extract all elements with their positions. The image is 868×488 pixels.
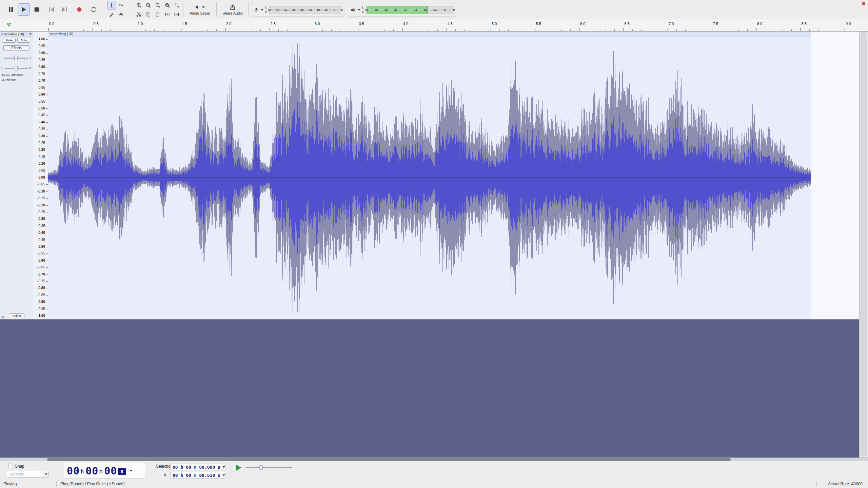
- silence-audio-button[interactable]: [172, 10, 181, 19]
- track-menu-icon[interactable]: [29, 34, 32, 35]
- amplitude-label: -0.30: [37, 217, 45, 221]
- amplitude-label: -0.25: [37, 210, 45, 214]
- time-format-dropdown-icon[interactable]: [130, 470, 132, 472]
- cut-button[interactable]: [134, 10, 143, 19]
- speaker-icon: [350, 7, 356, 13]
- timeline-label: 8.5: [802, 22, 807, 26]
- recording-meter[interactable]: L R -54-48-42-36-30-24-18-12-60: [251, 3, 344, 17]
- collapse-track-button[interactable]: ▲: [1, 315, 4, 318]
- stop-button[interactable]: [31, 3, 43, 16]
- playback-meter[interactable]: L R -54-48-42-36-30-24-18-12-60: [348, 3, 456, 17]
- selection-settings-gear-icon[interactable]: [163, 472, 168, 477]
- zoom-to-selection-button[interactable]: [153, 1, 162, 9]
- snap-mode-select[interactable]: Seconds: [7, 471, 49, 477]
- horizontal-scrollbar-thumb[interactable]: [47, 458, 731, 461]
- trim-audio-button[interactable]: [163, 10, 172, 19]
- track-close-button[interactable]: ×: [1, 32, 3, 37]
- seconds-unit: s: [118, 468, 126, 475]
- amplitude-label: -1.00: [37, 314, 45, 318]
- timeline-label: 6.0: [580, 22, 585, 26]
- solo-button[interactable]: Solo: [17, 38, 30, 43]
- skip-to-end-button[interactable]: [58, 3, 71, 16]
- playback-state: Playing.: [3, 482, 18, 486]
- toolbar-separator: [150, 463, 150, 478]
- timeline-ruler[interactable]: 0.00.51.01.52.02.53.03.54.04.55.05.56.06…: [0, 19, 868, 32]
- timeline-minor-tick: [437, 29, 438, 31]
- timeline-minor-tick: [659, 29, 659, 31]
- pinned-play-head-icon[interactable]: [6, 22, 12, 27]
- selection-tool-button[interactable]: [107, 1, 116, 9]
- meter-scale-label: -42: [383, 8, 388, 12]
- chevron-down-icon: [202, 6, 205, 8]
- track-waveform-area[interactable]: recording (10): [48, 32, 859, 320]
- timeline-label: 3.0: [315, 22, 320, 26]
- snap-label: Snap: [15, 464, 24, 469]
- share-audio-button[interactable]: Share Audio: [218, 0, 247, 19]
- effects-button[interactable]: Effects: [3, 45, 29, 50]
- copy-button[interactable]: [144, 10, 153, 19]
- amplitude-label: 0.40: [39, 120, 45, 124]
- paste-button[interactable]: [153, 10, 162, 19]
- timeline-minor-tick: [66, 29, 66, 31]
- envelope-tool-button[interactable]: [117, 1, 125, 9]
- gain-slider[interactable]: - +: [1, 55, 32, 61]
- vertical-scrollbar-thumb[interactable]: [861, 32, 867, 456]
- dropdown-button[interactable]: [43, 471, 48, 477]
- toolbar-separator: [216, 2, 217, 17]
- zoom-toggle-button[interactable]: [172, 1, 181, 9]
- zoom-in-button[interactable]: [134, 1, 143, 9]
- play-button[interactable]: [18, 3, 30, 16]
- zoom-out-button[interactable]: [144, 1, 153, 9]
- record-button[interactable]: [73, 3, 85, 16]
- timeline-label: 3.5: [359, 22, 364, 26]
- vertical-scrollbar[interactable]: [859, 32, 868, 458]
- fit-project-button[interactable]: [163, 1, 172, 9]
- pan-slider-thumb[interactable]: [15, 66, 18, 70]
- speed-slider-track[interactable]: [245, 467, 292, 468]
- timeline-minor-tick: [420, 29, 420, 31]
- position-hours: 00: [67, 465, 80, 477]
- gain-slider-track[interactable]: [4, 58, 28, 59]
- timeline-label: 8.0: [757, 22, 762, 26]
- timeline-minor-tick: [570, 29, 571, 31]
- zoom-selection-icon: [155, 2, 161, 8]
- select-button[interactable]: Select: [9, 313, 24, 318]
- snap-checkbox[interactable]: [8, 464, 13, 468]
- waveform-canvas[interactable]: [48, 37, 811, 320]
- timeline-label: 5.5: [536, 22, 541, 26]
- track-header[interactable]: × recording (10): [0, 32, 33, 37]
- amplitude-label: 0.10: [39, 162, 45, 166]
- audio-clip[interactable]: recording (10): [48, 32, 811, 320]
- vertical-amplitude-ruler[interactable]: 1.000.950.900.850.800.750.700.650.600.55…: [33, 32, 48, 320]
- pause-button[interactable]: [5, 3, 17, 16]
- clip-header[interactable]: recording (10): [48, 32, 811, 37]
- gain-max-label: +: [30, 56, 32, 60]
- audio-position-display[interactable]: 00 h 00 m 00 s: [64, 463, 145, 479]
- horizontal-scrollbar[interactable]: [0, 458, 868, 461]
- audio-setup-button[interactable]: Audio Setup: [185, 0, 214, 19]
- playback-speed-slider[interactable]: [245, 464, 292, 471]
- timeline-label: 0.5: [94, 22, 99, 26]
- multi-tool-button[interactable]: [117, 10, 125, 19]
- zoom-in-icon: [136, 2, 142, 8]
- timeline-major-tick: [712, 28, 712, 31]
- timeline-minor-tick: [83, 29, 84, 31]
- skip-to-start-button[interactable]: [45, 3, 58, 16]
- draw-tool-button[interactable]: [107, 10, 116, 19]
- timeline-label: 4.0: [403, 22, 408, 26]
- gain-slider-thumb[interactable]: [15, 56, 18, 60]
- selection-start-field[interactable]: 00 h 00 m 00.000 s: [170, 464, 226, 470]
- audio-setup-label: Audio Setup: [190, 11, 210, 15]
- mute-button[interactable]: Mute: [3, 38, 16, 43]
- pan-slider-track[interactable]: [4, 68, 28, 69]
- timeline-minor-tick: [322, 29, 323, 31]
- loop-button[interactable]: [87, 3, 100, 16]
- speed-slider-thumb[interactable]: [259, 466, 262, 470]
- amplitude-label: 0.65: [39, 86, 45, 90]
- track-control-panel[interactable]: × recording (10) Mute Solo Effects - + L…: [0, 32, 33, 320]
- timeline-minor-tick: [791, 29, 792, 31]
- timeline-minor-tick: [305, 29, 305, 31]
- selection-end-field[interactable]: 00 h 00 m 08.619 s: [170, 472, 226, 479]
- pan-slider[interactable]: L R: [1, 65, 32, 71]
- play-at-speed-button[interactable]: [235, 464, 242, 471]
